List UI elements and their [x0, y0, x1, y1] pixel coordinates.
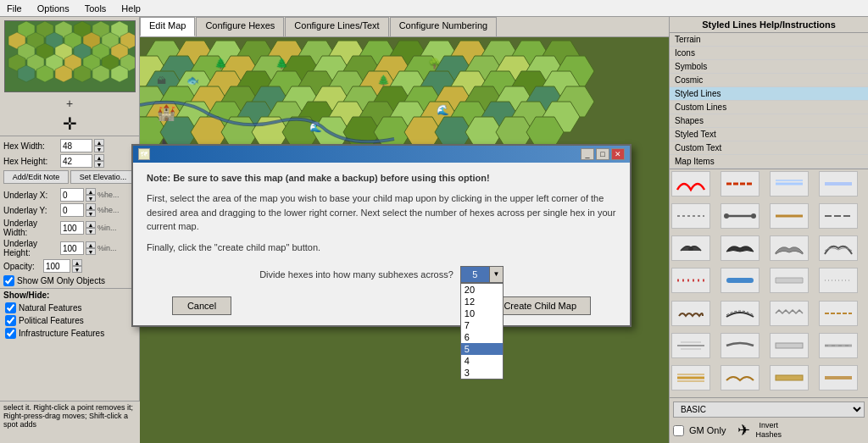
dialog-titlebar: 🗺 _ □ ✕: [133, 146, 630, 163]
create-child-map-dialog: 🗺 _ □ ✕ Note: Be sure to save this map (…: [131, 144, 632, 327]
close-button[interactable]: ✕: [611, 148, 625, 160]
subhex-opt-6[interactable]: 6: [461, 331, 503, 343]
title-controls: _ □ ✕: [581, 148, 625, 160]
subhex-opt-3[interactable]: 3: [461, 367, 503, 379]
subhex-opt-4[interactable]: 4: [461, 355, 503, 367]
subhex-container: 5 ▼ 20 12 10 7 6 5 4 3: [460, 266, 504, 283]
create-child-map-button[interactable]: Create Child Map: [489, 296, 591, 315]
dialog-icon: 🗺: [138, 148, 150, 160]
subhex-opt-20[interactable]: 20: [461, 284, 503, 296]
subhex-row: Divide hexes into how many subhexes acro…: [147, 266, 616, 283]
subhex-dropdown-arrow[interactable]: ▼: [490, 266, 504, 283]
subhex-opt-10[interactable]: 10: [461, 307, 503, 319]
subhex-opt-12[interactable]: 12: [461, 296, 503, 307]
minimize-button[interactable]: _: [581, 148, 594, 160]
subhex-value-display: 5: [460, 266, 490, 283]
dialog-overlay: 🗺 _ □ ✕ Note: Be sure to save this map (…: [0, 0, 868, 443]
dialog-text: First, select the area of the map you wi…: [147, 191, 616, 234]
cancel-button[interactable]: Cancel: [172, 296, 231, 315]
dialog-final-text: Finally, click the "create child map" bu…: [147, 242, 616, 252]
subhex-opt-5[interactable]: 5: [461, 343, 503, 355]
dialog-body: Note: Be sure to save this map (and make…: [133, 163, 630, 325]
maximize-button[interactable]: □: [596, 148, 609, 160]
subhex-opt-7[interactable]: 7: [461, 319, 503, 331]
dialog-buttons: Cancel Create Child Map: [147, 296, 616, 315]
dialog-note: Note: Be sure to save this map (and make…: [147, 173, 616, 183]
subhex-dropdown-list: 20 12 10 7 6 5 4 3: [460, 283, 504, 379]
subhex-label: Divide hexes into how many subhexes acro…: [259, 269, 453, 280]
